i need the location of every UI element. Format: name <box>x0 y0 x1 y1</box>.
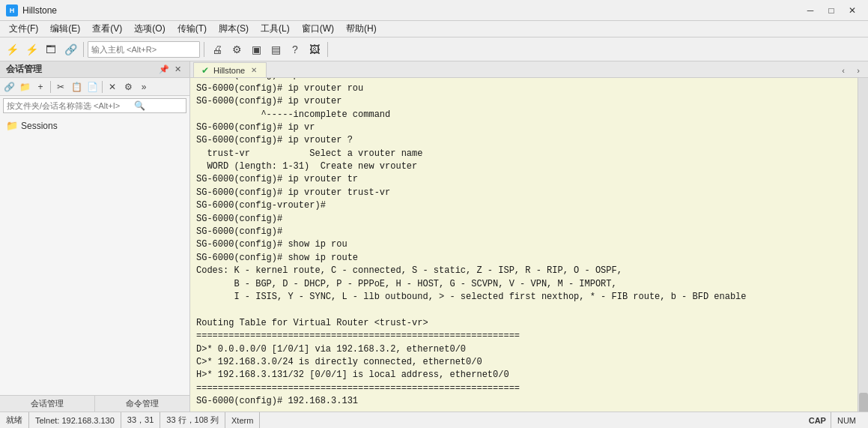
sessions-tree: 📁 Sessions <box>0 115 189 395</box>
menu-window[interactable]: 窗口(W) <box>296 21 340 37</box>
status-terminal: Xterm <box>225 412 260 428</box>
host-input[interactable] <box>91 45 181 54</box>
toolbar-sep1 <box>83 42 84 57</box>
toolbar-menu-btn[interactable]: ▤ <box>267 40 285 58</box>
toolbar-new-btn[interactable]: ⚡ <box>3 40 21 58</box>
app-icon: H <box>6 4 18 16</box>
status-line-col: 33 行，108 列 <box>160 412 225 428</box>
menu-view[interactable]: 查看(V) <box>86 21 128 37</box>
menu-options[interactable]: 选项(O) <box>128 21 171 37</box>
sidebar: 会话管理 📌 ✕ 🔗 📁 + ✂ 📋 📄 ✕ ⚙ » 🔍 <box>0 61 190 412</box>
menu-transfer[interactable]: 传输(T) <box>172 21 213 37</box>
sidebar-tabs: 会话管理 命令管理 <box>0 395 189 412</box>
sidebar-sep <box>50 81 51 93</box>
toolbar-sep2 <box>204 42 204 57</box>
menu-script[interactable]: 脚本(S) <box>213 21 255 37</box>
status-cap: CAP <box>804 412 831 428</box>
tab-nav: ‹ › <box>837 64 865 77</box>
status-ready: 就绪 <box>6 412 29 428</box>
terminal-scroll: login: login: hillstone password: SG-600… <box>190 78 868 412</box>
tab-check-icon: ✔ <box>201 65 209 76</box>
toolbar-screen-btn[interactable]: 🖼 <box>306 40 324 58</box>
maximize-button[interactable]: □ <box>822 3 841 18</box>
close-button[interactable]: ✕ <box>843 3 862 18</box>
toolbar-window-btn[interactable]: 🗔 <box>42 40 60 58</box>
status-col-row: 33，31 <box>121 412 160 428</box>
tab-prev-btn[interactable]: ‹ <box>837 64 850 77</box>
sidebar-tab-sessions[interactable]: 会话管理 <box>0 396 95 412</box>
menu-bar: 文件(F) 编辑(E) 查看(V) 选项(O) 传输(T) 脚本(S) 工具(L… <box>0 21 868 37</box>
status-num: NUM <box>831 412 862 428</box>
toolbar-help-btn[interactable]: ? <box>286 40 304 58</box>
sidebar-props-btn[interactable]: ⚙ <box>121 79 136 94</box>
toolbar-settings-btn[interactable]: ⚙ <box>228 40 246 58</box>
search-icon: 🔍 <box>134 100 145 111</box>
tab-bar: ✔ Hillstone ✕ ‹ › <box>190 61 868 78</box>
title-bar: H Hillstone ─ □ ✕ <box>0 0 868 21</box>
status-connection: Telnet: 192.168.3.130 <box>29 412 121 428</box>
sidebar-title: 会话管理 <box>6 63 42 76</box>
terminal-content[interactable]: login: login: hillstone password: SG-600… <box>190 78 858 412</box>
sidebar-header-controls: 📌 ✕ <box>158 64 183 76</box>
menu-edit[interactable]: 编辑(E) <box>44 21 86 37</box>
sidebar-more-btn[interactable]: » <box>136 79 151 94</box>
sidebar-folder-btn[interactable]: 📁 <box>17 79 32 94</box>
tab-next-btn[interactable]: › <box>852 64 865 77</box>
terminal-tab-hillstone[interactable]: ✔ Hillstone ✕ <box>193 62 267 77</box>
status-bar: 就绪 Telnet: 192.168.3.130 33，31 33 行，108 … <box>0 412 868 428</box>
window-controls: ─ □ ✕ <box>801 3 862 18</box>
menu-help[interactable]: 帮助(H) <box>340 21 383 37</box>
tab-label: Hillstone <box>213 66 245 75</box>
toolbar-square-btn[interactable]: ▣ <box>247 40 265 58</box>
sidebar-add-btn[interactable]: + <box>33 79 48 94</box>
sidebar-cut-btn[interactable]: ✂ <box>53 79 68 94</box>
sidebar-link-btn[interactable]: 🔗 <box>1 79 16 94</box>
menu-tools[interactable]: 工具(L) <box>255 21 296 37</box>
sidebar-copy-btn[interactable]: 📋 <box>69 79 84 94</box>
folder-icon: 📁 <box>6 120 18 131</box>
terminal-area: ✔ Hillstone ✕ ‹ › login: login: hillston… <box>190 61 868 412</box>
main-toolbar: ⚡ ⚡ 🗔 🔗 🖨 ⚙ ▣ ▤ ? 🖼 <box>0 37 868 61</box>
menu-file[interactable]: 文件(F) <box>3 21 44 37</box>
toolbar-link-btn[interactable]: 🔗 <box>61 40 79 58</box>
tree-sessions-folder[interactable]: 📁 Sessions <box>0 118 189 133</box>
minimize-button[interactable]: ─ <box>801 3 820 18</box>
sidebar-close-btn[interactable]: ✕ <box>172 64 183 76</box>
tab-bar-left: ✔ Hillstone ✕ <box>193 62 267 77</box>
toolbar-sep3 <box>327 42 328 57</box>
sidebar-toolbar: 🔗 📁 + ✂ 📋 📄 ✕ ⚙ » <box>0 78 189 96</box>
tree-item-label: Sessions <box>21 121 58 131</box>
main-content: 会话管理 📌 ✕ 🔗 📁 + ✂ 📋 📄 ✕ ⚙ » 🔍 <box>0 61 868 412</box>
toolbar-connect-btn[interactable]: ⚡ <box>22 40 40 58</box>
sidebar-search-container[interactable]: 🔍 <box>3 98 186 113</box>
toolbar-print-btn[interactable]: 🖨 <box>208 40 226 58</box>
tab-close-btn[interactable]: ✕ <box>249 66 258 74</box>
sidebar-pin-btn[interactable]: 📌 <box>158 64 170 76</box>
sidebar-tab-commands[interactable]: 命令管理 <box>95 396 189 412</box>
sidebar-header: 会话管理 📌 ✕ <box>0 61 189 78</box>
window-title: Hillstone <box>22 5 801 16</box>
sidebar-sep2 <box>102 81 103 93</box>
host-input-container[interactable] <box>88 41 200 58</box>
sidebar-paste-btn[interactable]: 📄 <box>85 79 100 94</box>
sidebar-delete-btn[interactable]: ✕ <box>105 79 120 94</box>
terminal-vscroll[interactable] <box>858 78 868 412</box>
sidebar-search-input[interactable] <box>7 101 134 110</box>
